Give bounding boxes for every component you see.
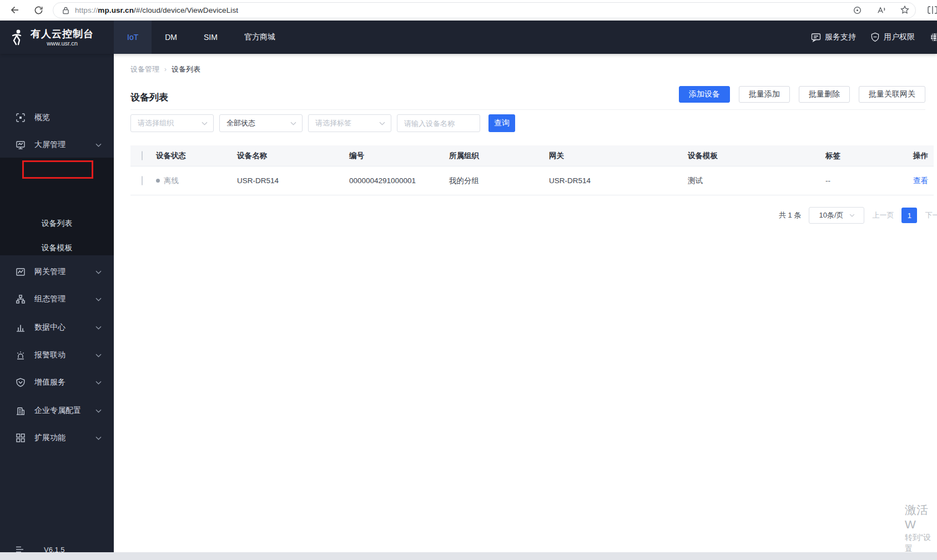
chevron-down-icon	[95, 381, 102, 385]
filter-bar: 请选择组织 全部状态 请选择标签 查询	[130, 114, 515, 132]
device-status: 离线	[164, 176, 179, 186]
view-link[interactable]: 查看	[909, 176, 934, 186]
prev-page-button[interactable]: 上一页	[872, 210, 894, 220]
table-row: 离线 USR-DR514 0000004291000001 我的分组 USR-D…	[130, 167, 934, 195]
data-icon	[16, 322, 26, 332]
user-permission[interactable]: 用户权限	[870, 32, 915, 42]
col-header-org: 所属组织	[449, 151, 549, 161]
add-device-button[interactable]: 添加设备	[679, 86, 730, 103]
windows-activation-watermark: 激活 W 转到"设置	[905, 503, 937, 554]
page-title: 设备列表	[130, 91, 168, 104]
split-screen-icon[interactable]	[926, 3, 937, 17]
main-content: 设备管理 › 设备列表 设备列表 添加设备 批量添加 批量删除 批量关联网关 请…	[114, 54, 937, 552]
chevron-down-icon	[95, 270, 102, 274]
col-header-status: 设备状态	[156, 151, 237, 161]
sidebar-item-alarm-linkage[interactable]: 报警联动	[0, 342, 114, 369]
batch-link-gateway-button[interactable]: 批量关联网关	[859, 86, 925, 103]
table-header-row: 设备状态 设备名称 编号 所属组织 网关 设备模板 标签 操作	[130, 145, 934, 167]
browser-refresh-icon[interactable]	[31, 3, 46, 17]
sidebar-subitem-device-list[interactable]: 设备列表	[0, 211, 114, 236]
sidebar-subitem-device-template[interactable]: 设备模板	[0, 236, 114, 260]
col-header-name: 设备名称	[237, 151, 349, 161]
pagination: 共 1 条 10条/页 上一页 1 下一页	[779, 207, 937, 224]
search-button[interactable]: 查询	[488, 114, 515, 132]
alarm-icon	[16, 350, 26, 360]
device-org: 我的分组	[449, 176, 549, 186]
sidebar-item-data-center[interactable]: 数据中心	[0, 314, 114, 341]
language-globe-icon[interactable]	[929, 32, 937, 43]
sidebar-item-extensions[interactable]: 扩展功能	[0, 425, 114, 451]
extension-icon	[16, 433, 26, 443]
page-number-1[interactable]: 1	[901, 208, 917, 223]
col-header-template: 设备模板	[688, 151, 825, 161]
device-gateway: USR-DR514	[549, 176, 688, 185]
chevron-down-icon	[95, 143, 102, 147]
batch-delete-button[interactable]: 批量删除	[799, 86, 850, 103]
chevron-down-icon	[95, 436, 102, 440]
device-table: 设备状态 设备名称 编号 所属组织 网关 设备模板 标签 操作 离线 USR-D…	[130, 145, 934, 195]
col-header-gateway: 网关	[549, 151, 688, 161]
chevron-down-icon	[95, 354, 102, 357]
chevron-down-icon	[290, 122, 296, 125]
sidebar-item-screen-mgmt[interactable]: 大屏管理	[0, 132, 114, 158]
sidebar-item-value-added-services[interactable]: 增值服务	[0, 369, 114, 396]
app-title: 有人云控制台	[31, 28, 94, 40]
col-header-action: 操作	[909, 151, 934, 161]
browser-back-icon[interactable]	[8, 3, 22, 17]
chevron-down-icon	[201, 122, 208, 125]
browser-address-bar[interactable]: https://mp.usr.cn/#/cloud/device/ViewDev…	[53, 2, 916, 18]
chat-bubble-icon	[811, 33, 821, 42]
chevron-down-icon	[95, 297, 102, 301]
chevron-down-icon	[95, 409, 102, 413]
shield-user-icon	[870, 32, 880, 42]
status-select[interactable]: 全部状态	[219, 114, 303, 132]
chevron-down-icon	[95, 326, 102, 330]
device-template: 测试	[688, 176, 825, 186]
org-select[interactable]: 请选择组织	[130, 114, 214, 132]
tab-sim[interactable]: SIM	[190, 21, 231, 54]
gateway-icon	[16, 267, 26, 277]
sidebar-item-enterprise-config[interactable]: 企业专属配置	[0, 397, 114, 424]
col-header-sn: 编号	[349, 151, 449, 161]
service-support[interactable]: 服务支持	[811, 32, 856, 42]
tab-iot[interactable]: IoT	[114, 21, 152, 54]
app-logo[interactable]: 有人云控制台 www.usr.cn	[0, 21, 114, 54]
sidebar-item-config-mgmt[interactable]: 组态管理	[0, 286, 114, 312]
read-aloud-icon[interactable]	[874, 3, 888, 17]
batch-add-button[interactable]: 批量添加	[739, 86, 790, 103]
screen-icon	[16, 140, 26, 150]
tag-select[interactable]: 请选择标签	[308, 114, 391, 132]
breadcrumb-parent[interactable]: 设备管理	[130, 64, 159, 74]
usr-person-icon	[9, 28, 26, 46]
col-header-tag: 标签	[825, 151, 909, 161]
tab-official-store[interactable]: 官方商城	[231, 21, 289, 54]
row-checkbox[interactable]	[142, 176, 143, 185]
divider	[130, 109, 925, 110]
device-mgmt-submenu: 设备列表 设备模板	[0, 158, 114, 255]
app-top-bar: 有人云控制台 www.usr.cn IoT DM SIM 官方商城 服务支持 用…	[0, 21, 937, 54]
device-sn: 0000004291000001	[349, 176, 449, 185]
browser-toolbar: https://mp.usr.cn/#/cloud/device/ViewDev…	[0, 0, 937, 21]
tab-dm[interactable]: DM	[152, 21, 190, 54]
device-name: USR-DR514	[237, 176, 349, 185]
offline-status-dot	[156, 179, 160, 183]
page-size-select[interactable]: 10条/页	[809, 207, 864, 224]
overview-icon	[16, 113, 26, 123]
sidebar-item-gateway-mgmt[interactable]: 网关管理	[0, 259, 114, 285]
vas-icon	[16, 377, 26, 387]
sidebar: 概览 大屏管理 场景管理 设备管理 设备列表 设备模板 网关管理 组态管理 数据…	[0, 54, 114, 552]
enterprise-icon	[16, 406, 26, 416]
top-nav-tabs: IoT DM SIM 官方商城	[114, 21, 289, 54]
location-pin-icon[interactable]	[850, 3, 864, 17]
url-text: https://mp.usr.cn/#/cloud/device/ViewDev…	[75, 6, 238, 14]
sidebar-item-overview[interactable]: 概览	[0, 104, 114, 131]
select-all-checkbox[interactable]	[142, 151, 143, 160]
next-page-button[interactable]: 下一页	[925, 210, 937, 220]
chevron-down-icon	[849, 214, 855, 217]
app-subtitle: www.usr.cn	[31, 40, 94, 47]
window-bottom-edge	[0, 552, 937, 560]
favorite-star-icon[interactable]	[898, 3, 911, 17]
device-tag: --	[825, 176, 909, 185]
chevron-down-icon	[379, 122, 385, 125]
device-name-input[interactable]	[397, 114, 480, 132]
